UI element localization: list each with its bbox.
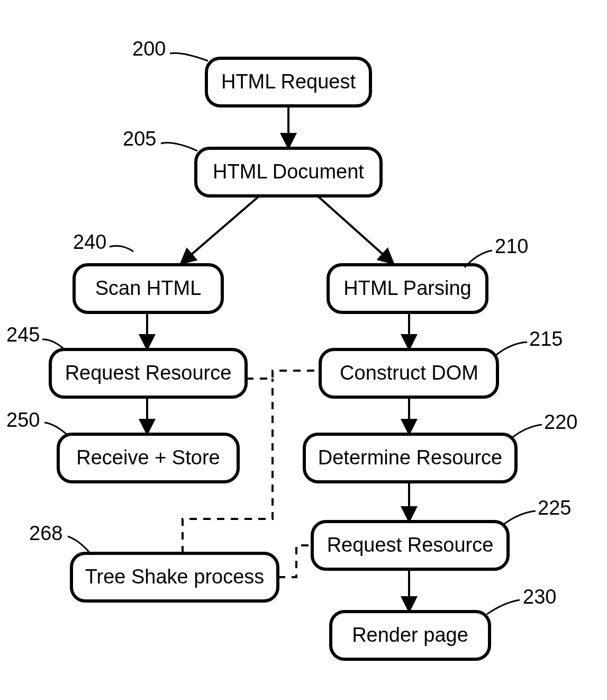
callout-text: 220 [544,411,577,433]
callout-200: 200 [132,38,208,61]
callout-205: 205 [123,128,197,151]
node-label: Render page [352,624,468,646]
callout-text: 230 [523,586,556,608]
node-request-resource-left: Request Resource [50,349,246,397]
callout-text: 205 [123,128,156,150]
node-label: Scan HTML [95,277,202,299]
callout-text: 245 [6,324,40,346]
callout-240: 240 [73,231,133,253]
node-receive-store: Receive + Store [58,434,238,482]
callout-250: 250 [6,409,68,435]
node-label: Determine Resource [318,446,502,469]
node-determine-resource: Determine Resource [304,434,516,482]
node-label: Tree Shake process [85,566,265,588]
node-html-request: HTML Request [206,58,370,106]
callout-text: 200 [132,38,166,60]
dashed-connector [246,371,320,379]
node-label: Request Resource [327,534,494,556]
node-label: HTML Request [221,70,356,93]
callout-268: 268 [29,522,92,555]
callout-text: 250 [6,409,40,431]
callout-225: 225 [504,497,571,524]
dashed-connector [278,545,312,577]
arrow [318,196,392,262]
node-label: HTML Parsing [343,277,471,299]
node-tree-shake-process: Tree Shake process [71,553,278,601]
callout-230: 230 [487,586,556,614]
arrow [183,196,259,262]
node-construct-dom: Construct DOM [320,349,497,397]
node-html-document: HTML Document [196,148,381,196]
node-label: Construct DOM [340,362,478,384]
callout-text: 225 [538,497,571,519]
callout-text: 240 [73,231,106,253]
node-html-parsing: HTML Parsing [328,265,487,312]
node-label: Receive + Store [76,446,220,469]
node-request-resource-right: Request Resource [312,522,508,569]
node-label: HTML Document [213,160,364,183]
callout-215: 215 [496,328,563,355]
node-scan-html: Scan HTML [74,265,222,312]
callout-245: 245 [6,324,65,350]
node-render-page: Render page [331,612,490,659]
callout-text: 215 [529,328,563,350]
callout-text: 268 [29,522,62,544]
callout-210: 210 [465,235,528,267]
callout-text: 210 [495,235,528,257]
node-label: Request Resource [65,362,232,384]
callout-220: 220 [512,411,577,437]
